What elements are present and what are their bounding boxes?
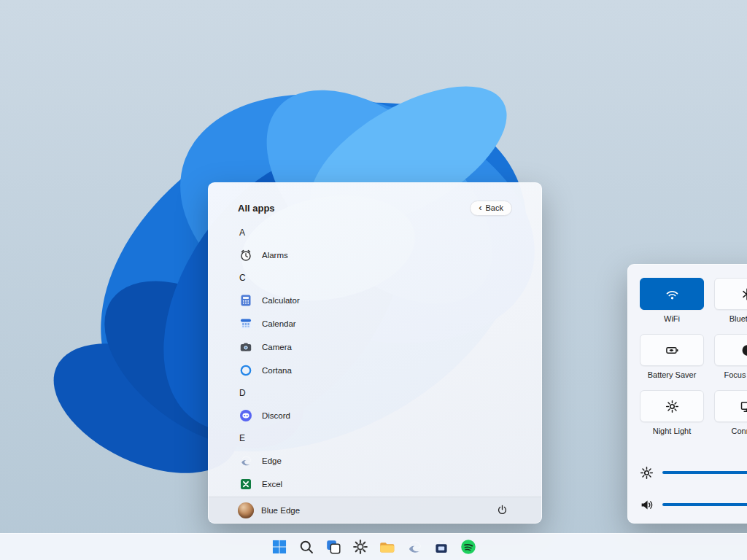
search-icon: [298, 539, 314, 555]
bluetooth-label: Bluetooth: [729, 314, 747, 324]
volume-icon: [640, 498, 654, 512]
focus-assist-icon: [740, 343, 747, 357]
calendar-icon: [239, 317, 252, 330]
settings-gear-icon: [352, 539, 368, 555]
taskbar: [0, 533, 747, 560]
start-menu-footer: Blue Edge: [209, 497, 541, 523]
focus-assist-label: Focus assist: [724, 370, 747, 380]
app-list-item-cortana[interactable]: Cortana: [238, 359, 512, 382]
night-light-label: Night Light: [653, 427, 692, 436]
app-label: Excel: [262, 480, 282, 489]
wifi-icon: [665, 287, 679, 301]
alarms-icon: [239, 249, 252, 262]
power-button[interactable]: [492, 500, 512, 521]
brightness-track[interactable]: [662, 471, 747, 474]
connect-icon: [740, 400, 747, 413]
app-label: Discord: [262, 411, 290, 420]
taskbar-store-button[interactable]: [431, 537, 452, 557]
night-light-icon: [665, 400, 679, 413]
brightness-icon: [640, 466, 654, 480]
start-menu-header: All apps ‹ Back: [209, 183, 541, 222]
app-label: Cortana: [262, 366, 292, 375]
app-list-item-camera[interactable]: Camera: [238, 335, 512, 359]
focus-assist-tile[interactable]: [714, 334, 747, 366]
volume-track[interactable]: [662, 503, 747, 506]
avatar: [238, 502, 254, 518]
taskbar-spotify-button[interactable]: [458, 537, 479, 557]
app-list-item-edge[interactable]: Edge: [238, 449, 512, 472]
back-button[interactable]: ‹ Back: [470, 201, 512, 216]
cortana-icon: [239, 364, 252, 377]
edge-icon: [406, 539, 422, 555]
app-label: Edge: [262, 456, 282, 465]
connect-tile[interactable]: [714, 390, 747, 422]
file-explorer-icon: [379, 539, 395, 555]
store-icon: [433, 539, 449, 555]
taskbar-edge-button[interactable]: [404, 537, 425, 557]
power-icon: [497, 505, 508, 516]
taskbar-file-explorer-button[interactable]: [377, 537, 398, 557]
wifi-tile[interactable]: [640, 278, 704, 310]
volume-slider[interactable]: [640, 489, 747, 521]
calculator-icon: [239, 294, 252, 307]
app-list-item-excel[interactable]: Excel: [238, 472, 512, 496]
taskbar-settings-button[interactable]: [350, 537, 371, 557]
taskbar-task-view-button[interactable]: [323, 537, 344, 557]
wifi-label: WiFi: [664, 314, 680, 324]
chevron-left-icon: ‹: [479, 204, 481, 211]
app-label: Calendar: [262, 319, 296, 328]
task-view-icon: [325, 539, 341, 555]
app-list-item-alarms[interactable]: Alarms: [238, 244, 512, 267]
app-list-letter-d[interactable]: D: [238, 382, 512, 404]
quick-settings-sliders: [640, 456, 747, 521]
quick-settings-panel: WiFi Bluetooth Battery Saver Focus assis…: [627, 264, 747, 524]
app-list-letter-e[interactable]: E: [238, 427, 512, 449]
bluetooth-tile[interactable]: [714, 278, 747, 310]
battery-saver-tile[interactable]: [640, 334, 704, 366]
start-menu-all-apps: All apps ‹ Back A Alarms C Calculator Ca…: [208, 182, 542, 524]
app-label: Calculator: [262, 296, 300, 305]
brightness-slider[interactable]: [640, 456, 747, 489]
edge-icon: [239, 454, 252, 467]
app-label: Camera: [262, 343, 292, 351]
app-list-item-discord[interactable]: Discord: [238, 404, 512, 427]
page-title: All apps: [238, 203, 275, 214]
excel-icon: [239, 478, 252, 491]
app-list-letter-a[interactable]: A: [238, 222, 512, 244]
battery-saver-icon: [665, 343, 679, 357]
battery-saver-label: Battery Saver: [648, 370, 697, 380]
taskbar-start-button[interactable]: [269, 537, 290, 557]
user-profile-button[interactable]: Blue Edge: [238, 502, 300, 518]
taskbar-search-button[interactable]: [296, 537, 317, 557]
night-light-tile[interactable]: [640, 390, 704, 422]
spotify-icon: [460, 539, 476, 555]
quick-settings-grid: WiFi Bluetooth Battery Saver Focus assis…: [640, 278, 747, 436]
camera-icon: [239, 341, 252, 354]
windows-start-icon: [271, 539, 287, 555]
discord-icon: [239, 409, 252, 422]
app-list-item-calendar[interactable]: Calendar: [238, 312, 512, 335]
all-apps-list: A Alarms C Calculator Calendar Camera Co…: [209, 222, 541, 497]
bluetooth-icon: [740, 287, 747, 301]
app-list-letter-c[interactable]: C: [238, 267, 512, 289]
back-button-label: Back: [486, 203, 503, 212]
connect-label: Connect: [732, 427, 747, 436]
app-label: Alarms: [262, 251, 288, 260]
user-name: Blue Edge: [261, 506, 300, 515]
app-list-item-calculator[interactable]: Calculator: [238, 289, 512, 312]
